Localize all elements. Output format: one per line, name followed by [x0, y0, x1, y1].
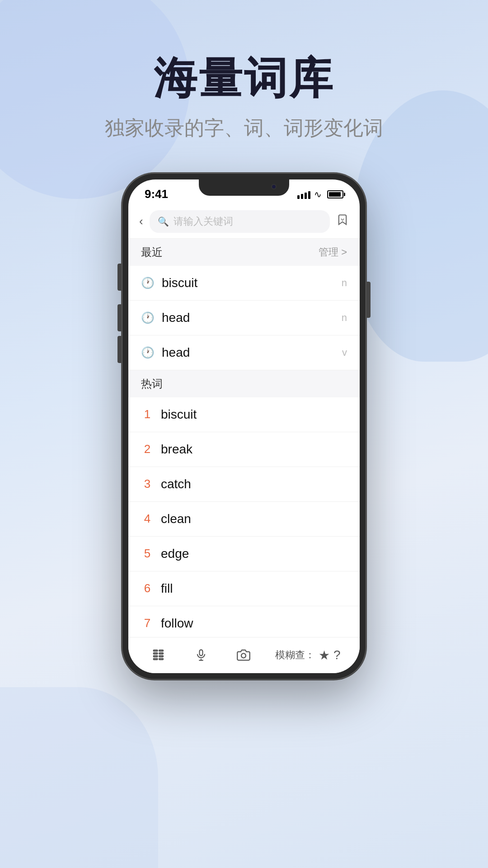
hot-item-2[interactable]: 2 break: [128, 432, 360, 467]
hot-word-3: catch: [161, 477, 347, 491]
recent-tag-1: n: [342, 277, 347, 289]
signal-bar-1: [297, 195, 300, 199]
search-placeholder: 请输入关键词: [174, 215, 233, 228]
svg-rect-5: [160, 653, 164, 654]
signal-bar-2: [301, 194, 303, 199]
bottom-toolbar: 模糊查： ★ ?: [128, 637, 360, 673]
recent-item-biscuit[interactable]: 🕐 biscuit n: [128, 266, 360, 301]
recent-tag-2: n: [342, 312, 347, 324]
bookmark-button[interactable]: [336, 213, 349, 229]
hot-section-title: 热词: [141, 377, 163, 391]
fuzzy-search-section: 模糊查： ★ ?: [275, 648, 341, 663]
fuzzy-label: 模糊查：: [275, 648, 315, 662]
hot-section-header: 热词: [128, 370, 360, 397]
phone-mockup: 9:41 ∿ ‹: [0, 173, 488, 679]
hot-item-1[interactable]: 1 biscuit: [128, 397, 360, 432]
recent-section-header: 最近 管理 >: [128, 239, 360, 266]
signal-bars: [297, 190, 310, 199]
recent-word-2: head: [162, 311, 334, 325]
back-button[interactable]: ‹: [139, 214, 143, 228]
svg-rect-0: [154, 650, 158, 651]
hot-num-5: 5: [141, 547, 154, 561]
svg-rect-4: [160, 650, 164, 651]
hot-item-3[interactable]: 3 catch: [128, 467, 360, 502]
search-icon: 🔍: [158, 216, 169, 227]
svg-rect-7: [160, 659, 164, 660]
phone-inner: 9:41 ∿ ‹: [128, 179, 360, 673]
svg-rect-1: [154, 653, 158, 654]
clock-icon-3: 🕐: [141, 346, 155, 359]
app-content: ‹ 🔍 请输入关键词 最: [128, 205, 360, 673]
signal-bar-4: [308, 191, 310, 199]
battery-icon: [327, 190, 343, 198]
status-icons: ∿: [297, 189, 343, 200]
hot-word-7: follow: [161, 616, 347, 631]
hot-num-2: 2: [141, 442, 154, 456]
hot-word-1: biscuit: [161, 407, 347, 422]
wifi-icon: ∿: [314, 189, 322, 200]
recent-item-head-v[interactable]: 🕐 head v: [128, 335, 360, 370]
search-box[interactable]: 🔍 请输入关键词: [150, 210, 330, 233]
hot-word-2: break: [161, 442, 347, 457]
hot-num-6: 6: [141, 581, 154, 595]
sub-title: 独家收录的字、词、词形变化词: [0, 115, 488, 142]
top-bar: ‹ 🔍 请输入关键词: [128, 205, 360, 239]
main-title: 海量词库: [0, 54, 488, 102]
hot-num-7: 7: [141, 616, 154, 630]
hot-num-1: 1: [141, 407, 154, 421]
hot-item-5[interactable]: 5 edge: [128, 537, 360, 571]
recent-tag-3: v: [342, 347, 347, 359]
hot-word-6: fill: [161, 581, 347, 596]
hot-word-5: edge: [161, 547, 347, 561]
recent-word-1: biscuit: [162, 276, 334, 290]
front-camera: [271, 184, 277, 189]
phone-notch: [199, 179, 289, 196]
recent-item-head-n[interactable]: 🕐 head n: [128, 301, 360, 335]
svg-point-11: [241, 653, 246, 658]
mic-button[interactable]: [190, 644, 212, 666]
phone-outer: 9:41 ∿ ‹: [122, 173, 366, 679]
fuzzy-question-button[interactable]: ?: [333, 648, 341, 662]
svg-rect-3: [154, 659, 158, 660]
camera-button[interactable]: [232, 644, 255, 666]
grid-button[interactable]: [147, 644, 170, 666]
hot-item-6[interactable]: 6 fill: [128, 571, 360, 606]
hot-word-4: clean: [161, 512, 347, 526]
svg-rect-2: [154, 656, 158, 657]
content-list: 最近 管理 > 🕐 biscuit n 🕐 head n: [128, 239, 360, 637]
recent-section-title: 最近: [141, 245, 163, 259]
svg-rect-8: [200, 650, 203, 656]
clock-icon-1: 🕐: [141, 277, 155, 289]
header-section: 海量词库 独家收录的字、词、词形变化词: [0, 0, 488, 142]
hot-num-3: 3: [141, 477, 154, 491]
recent-word-3: head: [162, 345, 335, 360]
manage-button[interactable]: 管理 >: [319, 245, 347, 259]
clock-icon-2: 🕐: [141, 311, 155, 324]
battery-fill: [329, 192, 341, 197]
hot-num-4: 4: [141, 512, 154, 526]
hot-item-7[interactable]: 7 follow: [128, 606, 360, 637]
hot-item-4[interactable]: 4 clean: [128, 502, 360, 537]
svg-rect-6: [160, 656, 164, 657]
fuzzy-star-button[interactable]: ★: [319, 648, 330, 663]
status-time: 9:41: [145, 187, 168, 201]
signal-bar-3: [305, 193, 307, 199]
